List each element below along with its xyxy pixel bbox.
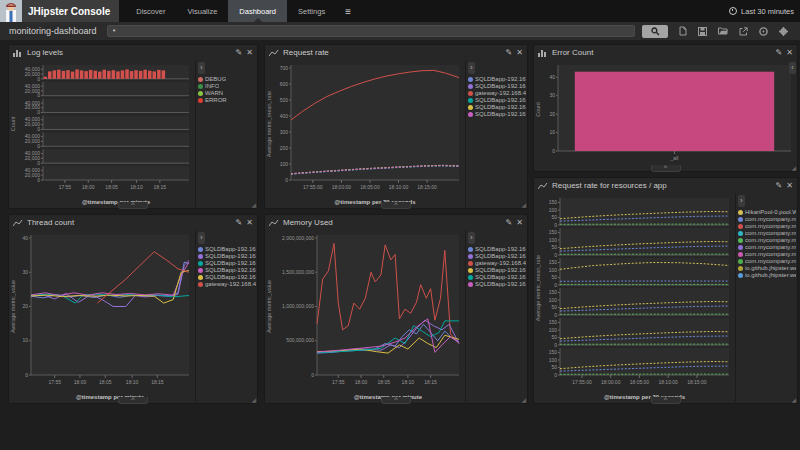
legend-item[interactable]: SQLDBapp-192.168.4... [198, 253, 256, 259]
legend-item[interactable]: SQLDBapp-192.168.4... [468, 83, 526, 89]
folder-open-icon[interactable] [718, 27, 728, 35]
panel-header[interactable]: Thread count ✎ ✕ [9, 215, 257, 230]
series-color-dot [738, 238, 743, 243]
legend-item[interactable]: com.mycompany.myap... [738, 223, 796, 229]
legend-item[interactable]: SQLDBapp-192.168.4... [198, 260, 256, 266]
edit-icon[interactable]: ✎ [236, 49, 243, 57]
legend-item[interactable]: SQLDBapp-192.168.4... [468, 246, 526, 252]
nav-item-visualize[interactable]: Visualize [176, 0, 228, 22]
legend-collapse-icon[interactable]: › [198, 232, 205, 244]
legend-item[interactable]: com.mycompany.myap... [738, 237, 796, 243]
close-icon[interactable]: ✕ [516, 49, 523, 57]
resize-handle[interactable]: ◢ [521, 397, 526, 403]
error-count-chart[interactable]: 403020100_allCount [534, 60, 797, 170]
legend-item[interactable]: DEBUG [198, 76, 256, 82]
legend-item[interactable]: gateway-192.168.43.8... [468, 260, 526, 266]
resize-handle[interactable]: ◢ [791, 165, 796, 171]
legend-item[interactable]: com.mycompany.myap... [738, 244, 796, 250]
svg-text:200: 200 [280, 145, 289, 151]
resize-handle[interactable]: ◢ [791, 397, 796, 403]
close-icon[interactable]: ✕ [786, 182, 793, 190]
legend-item[interactable]: SQLDBapp-192.168.4... [198, 246, 256, 252]
legend-item[interactable]: WARN [198, 90, 256, 96]
panel-collapse-icon[interactable]: ^ [651, 165, 681, 172]
hamburger-icon[interactable]: ≡ [336, 0, 360, 22]
legend-item[interactable]: SQLDBapp-192.168.4... [468, 281, 526, 287]
legend-item[interactable]: SQLDBapp-192.168.4... [198, 274, 256, 280]
memory-used-chart[interactable]: 2,000,000,0001,500,000,0001,000,000,0005… [265, 230, 465, 402]
resize-handle[interactable]: ◢ [251, 397, 256, 403]
legend-item[interactable]: com.mycompany.myap... [738, 230, 796, 236]
edit-icon[interactable]: ✎ [236, 219, 243, 227]
edit-icon[interactable]: ✎ [506, 49, 513, 57]
request-rate-chart[interactable]: 700600500400300200100017:55:0018:00:0018… [265, 60, 465, 207]
legend-collapse-icon[interactable]: › [468, 62, 475, 74]
panel-collapse-icon[interactable]: ^ [381, 397, 411, 404]
panel-collapse-icon[interactable]: ^ [651, 397, 681, 404]
panel-collapse-icon[interactable]: ^ [381, 202, 411, 209]
gear-icon[interactable] [779, 27, 788, 36]
panel-collapse-icon[interactable]: ^ [118, 202, 148, 209]
search-button[interactable] [642, 25, 668, 38]
legend-collapse-icon[interactable]: › [738, 195, 745, 207]
resize-handle[interactable]: ◢ [251, 202, 256, 208]
edit-icon[interactable]: ✎ [776, 49, 783, 57]
legend-item[interactable]: SQLDBapp-192.168.4... [468, 76, 526, 82]
legend-collapse-icon[interactable]: › [468, 232, 475, 244]
legend-item[interactable]: HikariPool-0.pool.Wait [738, 209, 796, 215]
brand-link[interactable]: JHipster Console [0, 0, 119, 22]
panel-collapse-icon[interactable]: ^ [118, 397, 148, 404]
close-icon[interactable]: ✕ [246, 49, 253, 57]
thread-count-chart[interactable]: 40302010017:5518:0018:0518:1018:15@times… [9, 230, 195, 402]
new-document-icon[interactable] [679, 26, 687, 36]
query-input[interactable] [107, 25, 635, 37]
edit-icon[interactable]: ✎ [506, 219, 513, 227]
svg-text:10: 10 [549, 129, 555, 135]
panel-header[interactable]: Error Count ✎ ✕ [534, 45, 797, 60]
legend-panel: › SQLDBapp-192.168.4...SQLDBapp-192.168.… [465, 230, 527, 402]
legend-item[interactable]: gateway-192.168.43.8... [198, 281, 256, 287]
legend-item[interactable]: SQLDBapp-192.168.4... [468, 274, 526, 280]
nav-item-dashboard[interactable]: Dashboard [228, 0, 287, 22]
resources-chart[interactable]: 1501005001501005001501005001501005001501… [534, 193, 735, 402]
panel-header[interactable]: Log levels ✎ ✕ [9, 45, 257, 60]
legend-item[interactable]: SQLDBapp-192.168.4... [468, 111, 526, 117]
legend-item[interactable]: SQLDBapp-192.168.4... [468, 267, 526, 273]
panel-header[interactable]: Memory Used ✎ ✕ [265, 215, 527, 230]
legend-collapse-icon[interactable]: ‹ [789, 62, 796, 74]
legend-item[interactable]: ERROR [198, 97, 256, 103]
share-icon[interactable] [739, 27, 748, 36]
svg-text:600: 600 [280, 81, 289, 87]
legend-item[interactable]: com.mycompany.myap... [738, 216, 796, 222]
close-icon[interactable]: ✕ [246, 219, 253, 227]
svg-text:0: 0 [37, 126, 40, 132]
legend-item[interactable]: SQLDBapp-192.168.4... [468, 104, 526, 110]
svg-text:20: 20 [549, 111, 555, 117]
legend-panel: › SQLDBapp-192.168.4...SQLDBapp-192.168.… [465, 60, 527, 207]
clock-icon[interactable] [759, 27, 768, 36]
edit-icon[interactable]: ✎ [776, 182, 783, 190]
nav-item-discover[interactable]: Discover [125, 0, 176, 22]
panel-header[interactable]: Request rate for resources / app ✎ ✕ [534, 178, 797, 193]
log-levels-chart[interactable]: 40,00020,000040,00020,000040,00020,00004… [9, 60, 195, 207]
legend-item[interactable]: com.mycompany.myap... [738, 258, 796, 264]
legend-item[interactable]: SQLDBapp-192.168.4... [468, 253, 526, 259]
panel-header[interactable]: Request rate ✎ ✕ [265, 45, 527, 60]
close-icon[interactable]: ✕ [516, 219, 523, 227]
nav-item-settings[interactable]: Settings [287, 0, 336, 22]
close-icon[interactable]: ✕ [786, 49, 793, 57]
legend-item[interactable]: io.github.jhipster.web.r... [738, 272, 796, 278]
resize-handle[interactable]: ◢ [521, 202, 526, 208]
legend-item[interactable]: SQLDBapp-192.168.4... [198, 267, 256, 273]
legend-collapse-icon[interactable]: › [198, 62, 205, 74]
save-icon[interactable] [698, 27, 707, 36]
legend-item[interactable]: INFO [198, 83, 256, 89]
svg-text:18:15:00: 18:15:00 [417, 184, 437, 190]
legend-item-label: com.mycompany.myap... [745, 230, 796, 236]
time-range-picker[interactable]: Last 30 minutes [729, 0, 794, 22]
svg-text:0: 0 [37, 177, 40, 183]
legend-item[interactable]: SQLDBapp-192.168.4... [468, 97, 526, 103]
legend-item[interactable]: io.github.jhipster.web.r... [738, 265, 796, 271]
legend-item[interactable]: com.mycompany.myap... [738, 251, 796, 257]
legend-item[interactable]: gateway-192.168.43.8... [468, 90, 526, 96]
